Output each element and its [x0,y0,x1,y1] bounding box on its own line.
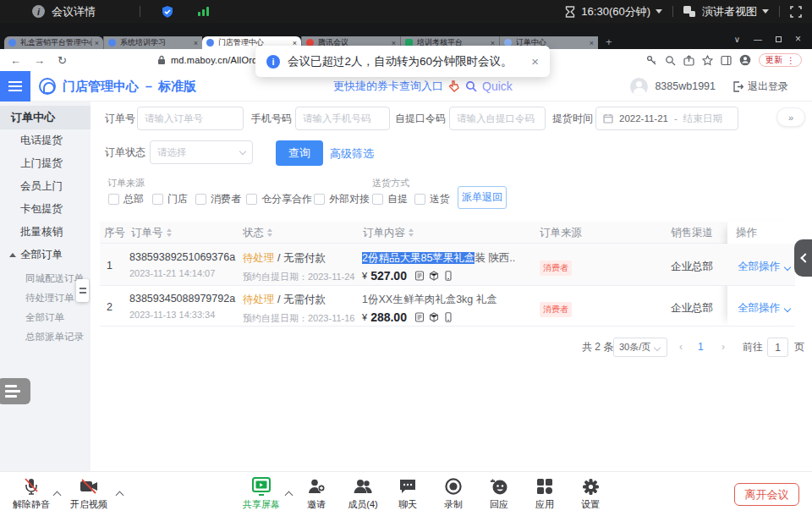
col-status[interactable]: 状态 [243,222,272,244]
quick-entry-link[interactable]: 更快捷的券卡查询入口 [333,79,443,94]
share-icon[interactable] [683,55,694,66]
code-label: 自提口令码 [395,107,446,130]
sidebar-subitem-all-orders[interactable]: 全部订单 [0,308,91,327]
checkbox-hq[interactable]: 总部 [108,192,144,206]
sidebar-item-card-pickup[interactable]: 卡包提货 [0,198,91,221]
package-icon[interactable] [429,271,439,281]
new-tab-button[interactable]: + [606,36,612,48]
timer-dropdown-caret[interactable] [656,9,662,14]
phone-icon[interactable] [443,271,453,281]
receipt-icon[interactable] [414,271,425,281]
row2-channel: 企业总部 [671,301,713,316]
leave-meeting-button[interactable]: 离开会议 [734,483,799,506]
microphone-muted-icon [23,477,40,496]
react-button[interactable]: 回应 [475,477,524,511]
col-order-no[interactable]: 订单号 [131,222,172,244]
phone-icon[interactable] [443,312,453,322]
forward-button[interactable]: → [34,54,45,67]
apps-button[interactable]: 应用 [520,477,569,511]
panel-toggle-handle[interactable] [794,239,812,277]
goto-page-input[interactable]: 1 [767,338,788,357]
chat-button[interactable]: 聊天 [383,477,432,511]
network-signal-icon[interactable] [198,7,209,16]
toast-close-icon[interactable]: × [531,54,539,69]
logout-button[interactable]: 退出登录 [748,80,788,94]
quick-label[interactable]: Quick [482,80,513,93]
reload-button[interactable]: ↻ [58,54,67,67]
share-screen-button[interactable]: 共享屏幕 [237,477,286,511]
query-button[interactable]: 查询 [276,140,323,166]
settings-button[interactable]: 设置 [566,477,615,511]
order-status-select[interactable]: 请选择 [150,140,253,164]
delivery-method-label: 送货方式 [372,177,409,189]
next-page-button[interactable]: › [721,338,725,357]
window-close-icon[interactable]: × [795,33,801,45]
tab-close-icon[interactable]: × [95,39,99,47]
view-dropdown-caret[interactable] [762,9,769,14]
col-content[interactable]: 订单内容 [363,222,414,244]
profile-icon[interactable] [739,54,751,66]
chat-icon [398,477,417,496]
username[interactable]: 8385wb1991 [655,80,716,92]
sidebar-group-all-orders[interactable]: 全部订单 [0,244,91,266]
update-button[interactable]: 更新⋮ [759,53,802,67]
row1-action-dropdown[interactable]: 全部操作 [738,260,790,274]
security-shield-icon[interactable] [161,5,174,19]
window-dropdown-icon[interactable]: ∨ [734,35,740,44]
prev-page-button[interactable]: ‹ [679,338,683,357]
page-size-select[interactable]: 30条/页 [613,338,667,357]
record-icon [444,477,463,496]
fullscreen-icon[interactable] [790,6,802,18]
members-button[interactable]: 成员(4) [338,477,387,511]
checkbox-store[interactable]: 门店 [152,192,188,206]
key-icon[interactable] [646,55,657,66]
row1-status: 待处理 / 无需付款预约自提日期：2023-11-24 [243,251,354,283]
sidebar-item-batch-verify[interactable]: 批量核销 [0,221,91,244]
tab-close-icon[interactable]: × [590,39,594,47]
row2-action-dropdown[interactable]: 全部操作 [738,301,790,316]
start-video-button[interactable]: 开启视频 [64,477,113,511]
zoom-icon[interactable] [665,55,676,66]
sidebar-collapse-handle[interactable] [76,279,89,302]
expand-toggle-button[interactable]: » [776,107,805,127]
browser-tab-1[interactable]: 礼盒营销平台管理中心 × [4,36,103,49]
unmute-button[interactable]: 解除静音 [7,477,56,511]
side-panel-icon[interactable] [721,55,732,66]
phone-input[interactable]: 请输入手机号码 [295,107,390,130]
browser-tab-2[interactable]: 系统培训学习 × [103,36,202,49]
code-input[interactable]: 请输入自提口令码 [449,107,546,130]
bookmark-star-icon[interactable] [702,55,713,66]
meeting-info-icon[interactable]: i [32,5,45,18]
menu-dots-icon[interactable]: ⋮ [787,56,795,65]
checkbox-consumer[interactable]: 消费者 [195,192,241,206]
user-avatar[interactable] [630,78,648,96]
sidebar-item-phone-pickup[interactable]: 电话提货 [0,129,91,152]
tab-close-icon[interactable]: × [194,39,198,47]
package-icon[interactable] [429,312,439,322]
date-range-input[interactable]: 2022-11-21 - 结束日期 [595,107,738,130]
return-dispatch-button[interactable]: 派单退回 [458,186,507,209]
window-minimize-icon[interactable]: — [754,35,762,44]
floating-list-button[interactable] [0,378,30,404]
view-mode-label[interactable]: 演讲者视图 [702,4,757,19]
chevron-left-icon [800,253,809,262]
video-options-caret[interactable] [116,491,124,500]
invite-button[interactable]: 邀请 [292,477,341,511]
sidebar-subitem-hq-dispatch[interactable]: 总部派单记录 [0,327,91,347]
order-no-input[interactable]: 请输入订单号 [137,107,244,130]
record-button[interactable]: 录制 [429,477,478,511]
meeting-details-label[interactable]: 会议详情 [52,4,96,19]
sidebar-item-member-visit[interactable]: 会员上门 [0,175,91,198]
page-number-current[interactable]: 1 [698,338,704,357]
window-maximize-icon[interactable] [776,36,782,42]
advanced-filter-link[interactable]: 高级筛选 [330,146,374,162]
meeting-topbar: i 会议详情 16:30(60分钟) 演讲者视图 [0,0,812,23]
checkbox-delivery[interactable]: 送货 [414,192,450,206]
checkbox-warehouse-share[interactable]: 仓分享合作 [246,192,312,206]
sidebar-item-door-pickup[interactable]: 上门提货 [0,152,91,175]
checkbox-self-pickup[interactable]: 自提 [372,192,408,206]
checkbox-external[interactable]: 外部对接 [314,192,370,206]
menu-hamburger-button[interactable] [0,71,30,102]
receipt-icon[interactable] [414,312,425,322]
back-button[interactable]: ← [10,54,21,67]
